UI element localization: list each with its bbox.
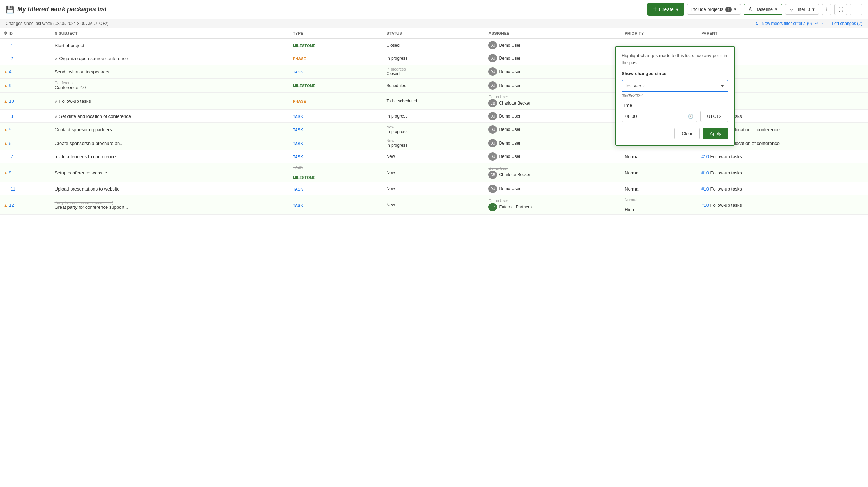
col-header-parent[interactable]: PARENT — [698, 28, 868, 39]
table-row: 1 Start of projectMILESTONEClosed DU Dem… — [0, 39, 868, 52]
include-projects-count: 1 — [725, 7, 732, 12]
expand-icon[interactable]: ∨ — [54, 99, 58, 104]
subject-text: Send invitation to speakers — [54, 69, 109, 74]
baseline-button[interactable]: ⏱ Baseline ▾ — [744, 4, 782, 15]
subject-old: Party for conference supporters :-) — [54, 200, 286, 205]
meets-filter-link[interactable]: Now meets filter criteria (0) — [762, 21, 812, 26]
assignee-old: Demo User — [488, 166, 618, 171]
parent-link[interactable]: #10 — [701, 202, 709, 208]
info-button[interactable]: ℹ — [822, 4, 831, 15]
type-badge: TASK — [293, 114, 303, 119]
parent-link[interactable]: #10 — [701, 170, 709, 175]
avatar: CB — [488, 171, 497, 179]
id-clock-icon: ⏱ — [4, 31, 7, 35]
assignee-cell: DU Demo User — [488, 125, 618, 134]
assignee-name: Demo User — [499, 69, 520, 74]
col-header-type[interactable]: TYPE — [289, 28, 383, 39]
left-changes-link[interactable]: ← ← Left changes (7) — [821, 21, 862, 26]
col-header-id[interactable]: ⏱ ID ↑ — [0, 28, 51, 39]
row-id-link[interactable]: 11 — [11, 186, 15, 192]
subject-text: Conference 2.0 — [54, 85, 86, 90]
save-icon: 💾 — [6, 5, 14, 14]
status-text: In progress — [387, 56, 408, 61]
undo-icon: ↩ — [815, 21, 818, 26]
more-button[interactable]: ⋮ — [850, 4, 862, 15]
avatar: DU — [488, 67, 497, 76]
assignee-cell: CB Charlotte Becker — [488, 171, 618, 179]
table-body: 1 Start of projectMILESTONEClosed DU Dem… — [0, 39, 868, 215]
avatar: CB — [488, 99, 497, 107]
table-row: ▲ 12 Party for conference supporters :-)… — [0, 195, 868, 215]
expand-icon[interactable]: ∨ — [54, 114, 58, 119]
table-header-row: ⏱ ID ↑ ⇅ SUBJECT TYPE STATUS ASSIGNEE PR… — [0, 28, 868, 39]
type-badge: MILESTONE — [293, 84, 315, 88]
assignee-name: Demo User — [499, 43, 520, 48]
assignee-name: External Partners — [499, 205, 532, 209]
assignee-name: Charlotte Becker — [499, 101, 530, 106]
status-text: In progress — [387, 114, 408, 119]
priority-text: Normal — [625, 186, 639, 192]
row-id-link[interactable]: 7 — [11, 154, 13, 159]
filter-button[interactable]: ▽ Filter 0 ▾ — [785, 4, 819, 15]
type-badge: TASK — [293, 155, 303, 159]
col-header-status[interactable]: STATUS — [383, 28, 485, 39]
header: 💾 My filtered work packages list + Creat… — [0, 0, 868, 19]
priority-text: Normal — [625, 170, 639, 175]
row-id-link[interactable]: 9 — [9, 83, 11, 88]
row-id-link[interactable]: 8 — [9, 170, 11, 175]
page-title: 💾 My filtered work packages list — [6, 5, 643, 14]
parent-label: Follow-up tasks — [710, 202, 742, 208]
row-id-link[interactable]: 12 — [9, 202, 14, 208]
include-projects-chevron-icon: ▾ — [734, 7, 736, 12]
table-row: 7 Invite attendees to conferenceTASKNew … — [0, 150, 868, 163]
assignee-name: Demo User — [499, 56, 520, 61]
baseline-period-select[interactable]: last week last month last 3 months custo… — [622, 80, 728, 92]
clear-button[interactable]: Clear — [674, 128, 700, 139]
time-input-display: 08:00 🕗 — [622, 111, 697, 122]
parent-link[interactable]: #10 — [701, 186, 709, 192]
row-id-link[interactable]: 3 — [11, 114, 13, 119]
row-id-link[interactable]: 4 — [9, 69, 11, 74]
assignee-cell: DU Demo User — [488, 54, 618, 62]
avatar: DU — [488, 41, 497, 49]
assignee-cell: DU Demo User — [488, 139, 618, 147]
type-badge: PHASE — [293, 99, 306, 104]
timezone-display: UTC+2 — [700, 111, 728, 122]
type-badge: MILESTONE — [293, 44, 315, 48]
row-id-link[interactable]: 1 — [11, 43, 13, 48]
col-header-assignee[interactable]: ASSIGNEE — [485, 28, 621, 39]
row-id-link[interactable]: 2 — [11, 56, 13, 61]
create-button[interactable]: + Create ▾ — [647, 3, 684, 16]
row-id-link[interactable]: 6 — [9, 141, 11, 146]
include-projects-button[interactable]: Include projects 1 ▾ — [687, 4, 741, 15]
table-row: ▲ 10 ∨ Follow-up tasksPHASETo be schedul… — [0, 93, 868, 110]
expand-icon[interactable]: ∨ — [54, 56, 58, 61]
expand-button[interactable]: ⛶ — [834, 4, 847, 15]
include-projects-label: Include projects — [691, 7, 723, 12]
assignee-name: Demo User — [499, 154, 520, 159]
plus-icon: + — [653, 6, 657, 13]
assignee-name: Charlotte Becker — [499, 172, 530, 177]
col-header-subject[interactable]: ⇅ SUBJECT — [51, 28, 289, 39]
table-row: 2 ∨ Organize open source conferencePHASE… — [0, 52, 868, 65]
col-header-priority[interactable]: PRIORITY — [621, 28, 698, 39]
sort-asc-icon: ↑ — [14, 31, 16, 35]
table-row: ▲ 6 Create sponsorship brochure an...TAS… — [0, 136, 868, 150]
parent-link[interactable]: #10 — [701, 154, 709, 159]
baseline-time-label: Time — [622, 102, 728, 108]
row-id-link[interactable]: 5 — [9, 127, 11, 132]
assignee-cell: DU Demo User — [488, 67, 618, 76]
status-text: In progress — [387, 129, 408, 134]
type-old: TASK — [293, 165, 380, 169]
avatar: DU — [488, 112, 497, 120]
subject-text: Invite attendees to conference — [54, 154, 116, 159]
apply-button[interactable]: Apply — [703, 128, 728, 139]
type-badge: TASK — [293, 187, 303, 191]
row-id-link[interactable]: 10 — [9, 99, 14, 104]
table-row: ▲ 5 Contact sponsoring partnersTASKNewIn… — [0, 123, 868, 136]
time-value: 08:00 — [625, 114, 637, 119]
assignee-name: Demo User — [499, 127, 520, 132]
baseline-label: Baseline — [755, 7, 773, 12]
status-text: In progress — [387, 143, 408, 148]
subject-text: Great party for conference support... — [54, 205, 128, 210]
